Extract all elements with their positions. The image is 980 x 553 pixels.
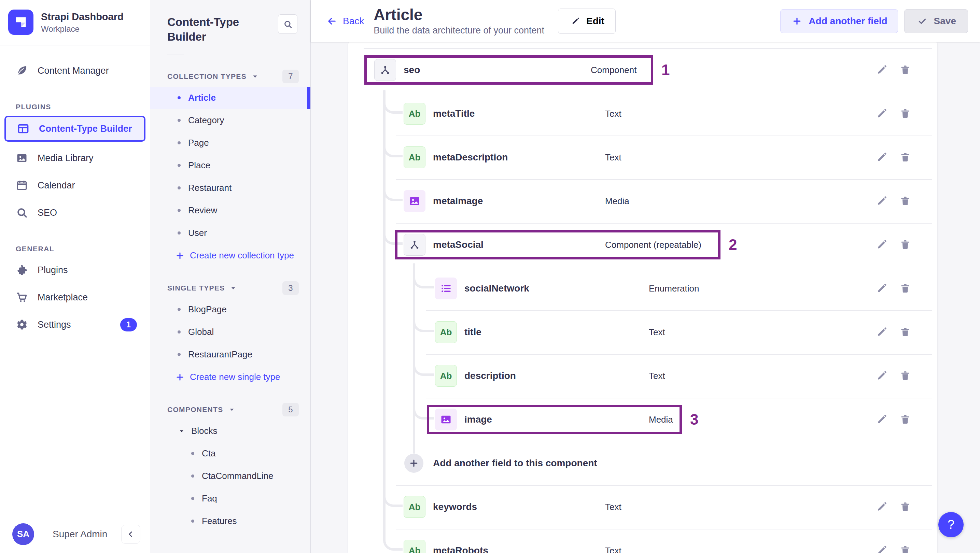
avatar: SA [12, 523, 34, 545]
edit-field-button[interactable] [874, 62, 889, 78]
edit-field-button[interactable] [874, 325, 889, 340]
subnav-item-page[interactable]: Page [150, 132, 310, 154]
section-label: SINGLE TYPES [167, 284, 225, 292]
field-type: Component [591, 48, 636, 92]
add-another-field-button[interactable]: Add another field [780, 9, 898, 33]
add-field-circle-button[interactable] [404, 454, 423, 473]
bullet-icon [178, 308, 181, 311]
section-label: COLLECTION TYPES [167, 72, 247, 81]
subnav-item-label: Page [188, 138, 209, 148]
delete-field-button[interactable] [898, 150, 913, 165]
edit-field-button[interactable] [874, 412, 889, 427]
edit-field-button[interactable] [874, 106, 889, 121]
field-name: socialNetwork [465, 267, 529, 310]
edit-field-button[interactable] [874, 194, 889, 208]
bullet-icon [178, 164, 181, 167]
delete-field-button[interactable] [898, 499, 913, 515]
search-button[interactable] [278, 14, 298, 34]
subnav-item-label: Restaurant [188, 183, 232, 193]
subnav-group-blocks[interactable]: Blocks [150, 420, 310, 442]
delete-field-button[interactable] [898, 368, 913, 383]
delete-field-button[interactable] [898, 412, 913, 427]
field-name: metaTitle [433, 92, 475, 135]
action-create-new-collection-type[interactable]: Create new collection type [150, 245, 310, 267]
subnav-item-label: Review [188, 205, 217, 216]
subnav-item-category[interactable]: Category [150, 109, 310, 132]
edit-field-button[interactable] [874, 281, 889, 296]
subnav-item-global[interactable]: Global [150, 321, 310, 343]
user-profile[interactable]: SA Super Admin [0, 515, 150, 553]
delete-field-button[interactable] [898, 194, 913, 208]
subnav-item-faq[interactable]: Faq [150, 488, 310, 510]
annotation-number: 1 [662, 48, 670, 92]
subnav-item-label: Cta [202, 448, 215, 459]
help-button[interactable]: ? [938, 512, 964, 537]
page-title: Article [374, 6, 544, 24]
delete-field-button[interactable] [898, 325, 913, 340]
sidebar-item-marketplace[interactable]: Marketplace [0, 285, 150, 310]
subnav-item-restaurantpage[interactable]: RestaurantPage [150, 343, 310, 366]
save-button[interactable]: Save [904, 9, 968, 33]
edit-label: Edit [586, 16, 605, 27]
subnav-section-collection-types[interactable]: COLLECTION TYPES7 [167, 70, 299, 83]
field-name: image [465, 398, 492, 442]
bullet-icon [178, 119, 181, 122]
delete-field-button[interactable] [898, 281, 913, 296]
edit-field-button[interactable] [874, 237, 889, 252]
sidebar-item-settings[interactable]: Settings1 [0, 312, 150, 337]
app-title: Strapi Dashboard [41, 11, 124, 23]
sidebar-item-content-type-builder[interactable]: Content-Type Builder [5, 116, 145, 141]
pencil-icon [569, 17, 582, 25]
subnav-item-blogpage[interactable]: BlogPage [150, 298, 310, 321]
action-create-new-single-type[interactable]: Create new single type [150, 366, 310, 388]
text-field-icon: Ab [404, 103, 425, 125]
section-count-badge: 7 [282, 70, 299, 83]
back-link[interactable]: Back [326, 16, 364, 27]
edit-field-button[interactable] [874, 150, 889, 165]
caret-down-icon [228, 406, 235, 413]
subnav-item-restaurant[interactable]: Restaurant [150, 177, 310, 199]
subnav-section-single-types[interactable]: SINGLE TYPES3 [167, 281, 299, 295]
bullet-icon [178, 186, 181, 189]
delete-field-button[interactable] [898, 62, 913, 78]
subnav-item-label: RestaurantPage [188, 349, 252, 360]
media-icon [16, 152, 28, 164]
delete-field-button[interactable] [898, 106, 913, 121]
back-label: Back [343, 16, 364, 27]
edit-field-button[interactable] [874, 368, 889, 383]
subnav-item-article[interactable]: Article [150, 87, 310, 109]
subnav-item-place[interactable]: Place [150, 154, 310, 177]
field-row-description: AbdescriptionText [348, 354, 937, 398]
subnav-item-review[interactable]: Review [150, 199, 310, 222]
sidebar-item-media-library[interactable]: Media Library [0, 146, 150, 170]
sidebar-item-calendar[interactable]: Calendar [0, 173, 150, 198]
text-field-icon: Ab [404, 496, 425, 518]
main-area: Back Article Build the data architecture… [311, 0, 980, 553]
section-label: COMPONENTS [167, 405, 223, 414]
page-header: Back Article Build the data architecture… [311, 0, 980, 42]
sidebar-item-plugins[interactable]: Plugins [0, 258, 150, 282]
subnav-item-ctacommandline[interactable]: CtaCommandLine [150, 465, 310, 488]
add-field-label[interactable]: Add another field to this component [433, 442, 597, 485]
field-row-seo: seoComponent1 [348, 48, 937, 92]
field-name: seo [404, 48, 420, 92]
edit-button[interactable]: Edit [558, 8, 616, 34]
section-count-badge: 5 [282, 403, 299, 416]
delete-field-button[interactable] [898, 237, 913, 252]
sidebar-item-content-manager[interactable]: Content Manager [0, 58, 150, 83]
sidebar-item-label: Settings [38, 319, 71, 330]
delete-field-button[interactable] [898, 543, 913, 553]
edit-field-button[interactable] [874, 499, 889, 515]
workspace-header[interactable]: Strapi Dashboard Workplace [0, 0, 150, 45]
field-name: description [465, 354, 516, 398]
enum-icon [435, 278, 457, 299]
subnav-section-components[interactable]: COMPONENTS5 [167, 403, 299, 416]
subnav-item-user[interactable]: User [150, 222, 310, 245]
action-label: Create new single type [190, 372, 280, 382]
field-type: Text [605, 529, 622, 553]
subnav-item-features[interactable]: Features [150, 510, 310, 532]
subnav-item-cta[interactable]: Cta [150, 442, 310, 465]
edit-field-button[interactable] [874, 543, 889, 553]
sidebar-item-seo[interactable]: SEO [0, 200, 150, 225]
collapse-sidebar-button[interactable] [121, 525, 140, 544]
